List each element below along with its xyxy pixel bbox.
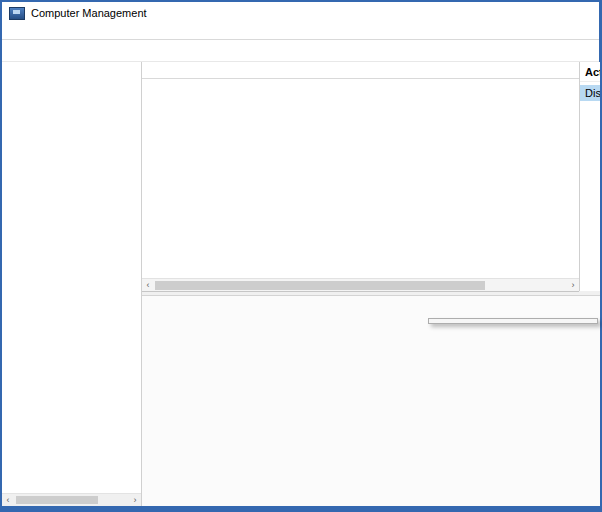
scrollbar-thumb[interactable] bbox=[16, 496, 98, 504]
sidebar-horizontal-scrollbar[interactable]: ‹ › bbox=[2, 493, 141, 506]
scroll-right-icon[interactable]: › bbox=[567, 280, 579, 291]
scroll-left-icon[interactable]: ‹ bbox=[2, 495, 14, 506]
volume-list-panel: ‹ › bbox=[142, 62, 579, 292]
actions-pane-header: Actions bbox=[580, 62, 600, 82]
menu-bar bbox=[2, 24, 599, 40]
volume-table-header bbox=[142, 62, 579, 79]
main-area: ‹ › ‹ › Actions Disk Management bbox=[2, 62, 599, 506]
volume-context-menu bbox=[428, 318, 598, 324]
actions-pane: Actions Disk Management bbox=[579, 62, 600, 291]
scroll-right-icon[interactable]: › bbox=[129, 495, 141, 506]
disk-graphical-panel bbox=[142, 295, 600, 506]
actions-pane-item-disk-management[interactable]: Disk Management bbox=[580, 85, 600, 101]
center-pane: ‹ › Actions Disk Management bbox=[142, 62, 600, 506]
app-icon bbox=[9, 7, 25, 20]
scroll-left-icon[interactable]: ‹ bbox=[142, 280, 154, 291]
title-bar: Computer Management bbox=[2, 2, 599, 24]
toolbar bbox=[2, 40, 599, 62]
console-tree-pane: ‹ › bbox=[2, 62, 142, 506]
console-tree bbox=[2, 62, 141, 67]
volume-list-horizontal-scrollbar[interactable]: ‹ › bbox=[142, 278, 579, 291]
window-title: Computer Management bbox=[31, 7, 147, 19]
scrollbar-thumb[interactable] bbox=[155, 281, 485, 290]
computer-management-window: Computer Management ‹ › ‹ › bbox=[0, 0, 602, 512]
